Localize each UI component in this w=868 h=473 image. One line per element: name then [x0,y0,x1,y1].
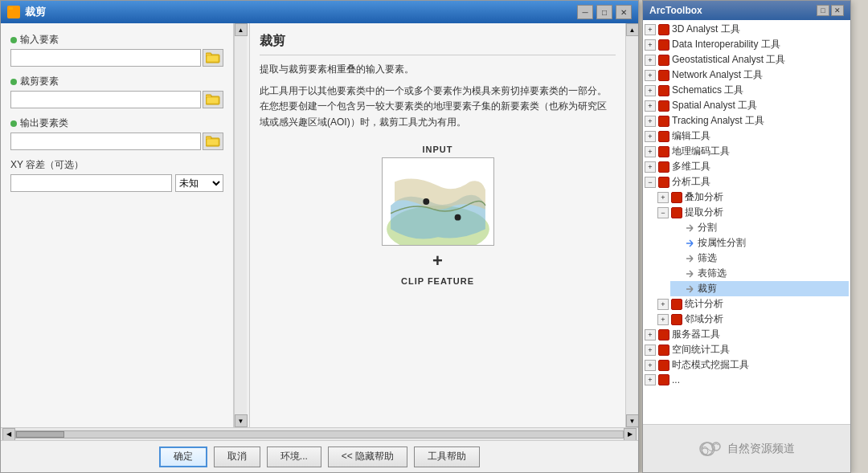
output-feature-input[interactable] [10,133,201,150]
tree-item-select-by-attr[interactable]: 按属性分割 [670,235,849,251]
tree-item-extract[interactable]: − 提取分析 [657,205,849,220]
h-scroll-thumb[interactable] [16,431,64,438]
cancel-button[interactable]: 取消 [214,446,260,467]
ok-button[interactable]: 确定 [159,446,207,467]
tree-item-network-analyst[interactable]: + Network Analyst 工具 [645,67,849,83]
tree-item-multidim[interactable]: + 多维工具 [645,159,849,174]
tree-item-editor[interactable]: + 编辑工具 [645,128,849,144]
analysis-children: + 叠加分析 − 提取分析 [645,190,849,327]
scroll-right-arrow[interactable]: ▶ [624,428,637,441]
toggle-multidim[interactable]: + [645,161,656,173]
scroll-down-arrow[interactable]: ▼ [235,414,248,427]
left-panel-scrollbar[interactable]: ▲ ▼ [234,23,247,427]
toggle-data-interop[interactable]: + [645,39,656,51]
folder-icon-clip [206,94,220,105]
label-select-by-attr: 按属性分割 [698,236,746,250]
output-feature-browse-button[interactable] [203,133,223,150]
clip-feature-browse-button[interactable] [203,91,223,108]
toggle-spatial-stats[interactable]: + [645,345,656,356]
tool-help-button[interactable]: 工具帮助 [414,446,480,467]
tree-item-select[interactable]: 筛选 [670,251,849,266]
toggle-analysis[interactable]: − [645,177,656,188]
icon-overlay [670,191,683,204]
icon-time-series [657,359,670,372]
label-extract: 提取分析 [685,206,723,219]
toolbox-title: ArcToolbox [649,5,702,16]
input-diagram [382,157,494,246]
dialog-footer: 确定 取消 环境... << 隐藏帮助 工具帮助 [1,440,638,472]
h-scroll-track[interactable] [15,430,624,438]
label-select: 筛选 [698,251,717,265]
icon-extract [670,206,683,219]
tree-item-server-tools[interactable]: + 服务器工具 [645,327,849,342]
tree-item-geocoding[interactable]: + 地理编码工具 [645,144,849,159]
label-neighborhood: 邻域分析 [685,312,723,326]
toggle-more[interactable]: + [645,374,656,385]
toggle-geocoding[interactable]: + [645,146,656,157]
icon-schematics [657,84,670,97]
tree-item-split[interactable]: 分割 [670,220,849,235]
toggle-3d-analyst[interactable]: + [645,24,656,35]
tree-item-3d-analyst[interactable]: + 3D Analyst 工具 [645,22,849,37]
toggle-statistics[interactable]: + [657,299,669,310]
arctoolbox-panel: ArcToolbox □ ✕ + 3D Analyst 工具 + Data In… [642,0,851,473]
tree-item-schematics[interactable]: + Schematics 工具 [645,83,849,98]
scroll-left-arrow[interactable]: ◀ [2,428,15,441]
tree-item-geostatistical[interactable]: + Geostatistical Analyst 工具 [645,52,849,67]
toggle-network-analyst[interactable]: + [645,70,656,81]
scroll-up-arrow[interactable]: ▲ [235,23,248,36]
tree-item-overlay[interactable]: + 叠加分析 [657,190,849,205]
tree-item-analysis[interactable]: − 分析工具 [645,174,849,190]
help-title: 裁剪 [260,33,616,55]
tree-item-neighborhood[interactable]: + 邻域分析 [657,312,849,327]
toggle-server-tools[interactable]: + [645,329,656,340]
icon-geostatistical [657,54,670,67]
toggle-time-series[interactable]: + [645,360,656,371]
tree-item-more: + ... [645,373,849,387]
minimize-button[interactable]: ─ [577,5,593,19]
toggle-neighborhood[interactable]: + [657,314,669,325]
toggle-tracking-analyst[interactable]: + [645,116,656,127]
right-panel-scrollbar[interactable]: ▲ ▼ [625,23,638,427]
tree-item-spatial-analyst[interactable]: + Spatial Analyst 工具 [645,98,849,113]
toolbox-close-button[interactable]: ✕ [831,5,844,16]
input-feature-input[interactable] [10,49,201,67]
icon-3d-analyst [657,23,670,36]
icon-tracking-analyst [657,115,670,128]
restore-button[interactable]: □ [596,5,612,19]
horizontal-scrollbar[interactable]: ◀ ▶ [1,427,638,440]
tree-item-spatial-stats[interactable]: + 空间统计工具 [645,342,849,357]
label-network-analyst: Network Analyst 工具 [672,68,763,82]
hide-help-button[interactable]: << 隐藏帮助 [328,446,407,467]
toggle-overlay[interactable]: + [657,192,669,203]
help-scroll-down[interactable]: ▼ [626,414,639,427]
input-feature-browse-button[interactable] [203,49,223,67]
xy-tolerance-input[interactable] [10,174,172,192]
tree-item-time-series[interactable]: + 时态模式挖掘工具 [645,357,849,373]
toggle-spatial-analyst[interactable]: + [645,100,656,112]
toggle-editor[interactable]: + [645,131,656,142]
toolbox-body[interactable]: + 3D Analyst 工具 + Data Interoperability … [643,20,850,424]
help-scroll-up[interactable]: ▲ [626,23,639,36]
toggle-schematics[interactable]: + [645,85,656,96]
tree-item-statistics[interactable]: + 统计分析 [657,296,849,312]
svg-rect-4 [207,55,219,62]
clip-feature-input[interactable] [10,91,201,108]
xy-tolerance-row: 未知 米 度 [10,174,223,192]
tree-item-tracking-analyst[interactable]: + Tracking Analyst 工具 [645,113,849,128]
toggle-extract[interactable]: − [657,207,669,218]
xy-unit-select[interactable]: 未知 米 度 [175,174,223,192]
input-diagram-label: INPUT [423,145,453,154]
close-button[interactable]: ✕ [616,5,632,19]
toolbox-restore-button[interactable]: □ [817,5,829,16]
label-spatial-stats: 空间统计工具 [672,343,730,357]
toggle-geostatistical[interactable]: + [645,55,656,66]
label-editor: 编辑工具 [672,129,710,143]
tree-item-table-select[interactable]: 表筛选 [670,266,849,281]
watermark-text: 自然资源频道 [727,442,795,456]
environment-button[interactable]: 环境... [267,446,321,467]
tree-item-data-interop[interactable]: + Data Interoperability 工具 [645,37,849,52]
label-data-interop: Data Interoperability 工具 [672,38,780,51]
tree-item-clip[interactable]: 裁剪 [670,281,849,296]
tool-icon-clip [683,283,696,296]
